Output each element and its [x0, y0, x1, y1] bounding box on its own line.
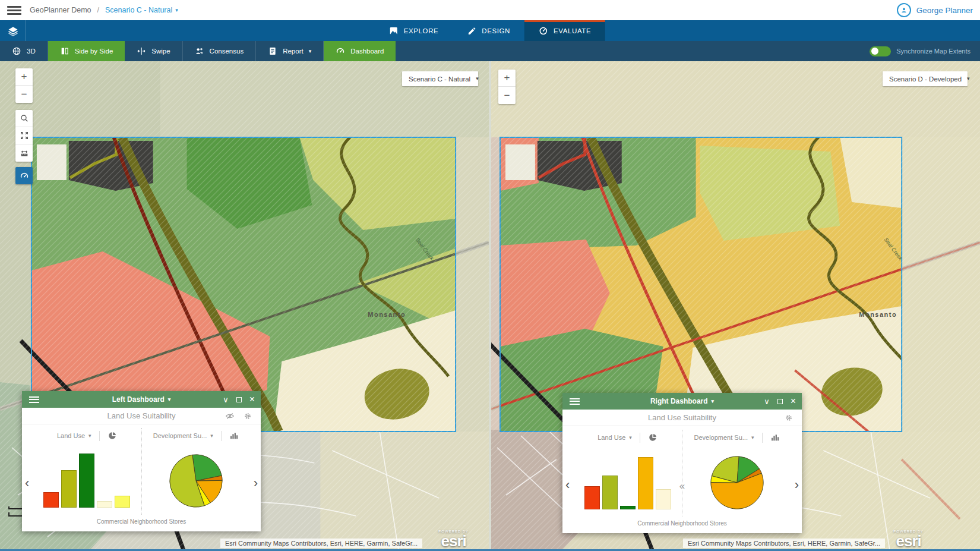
bar-segment	[79, 454, 94, 508]
measure-button[interactable]	[15, 144, 33, 162]
consensus-button[interactable]: Consensus	[183, 41, 257, 61]
scroll-left-double-icon[interactable]: «	[679, 481, 685, 491]
close-icon[interactable]: ×	[791, 396, 796, 406]
maximize-icon[interactable]	[236, 397, 242, 402]
bar-segment	[602, 476, 618, 509]
page-left-icon[interactable]: ‹	[565, 478, 570, 492]
maximize-icon[interactable]	[777, 399, 783, 404]
right-dashboard-header[interactable]: Right Dashboard ▾ ∨ ×	[562, 393, 802, 410]
bar-chart-type-icon[interactable]	[770, 433, 780, 442]
breadcrumb-separator: /	[97, 6, 99, 14]
caret-down-icon: ▾	[175, 8, 178, 13]
zoom-out-button[interactable]: −	[15, 86, 33, 103]
dashboard-menu-icon[interactable]	[570, 398, 580, 405]
chart-selector-label[interactable]: Land Use	[57, 432, 85, 439]
breadcrumb-project: GeoPlanner Demo	[30, 6, 91, 14]
report-icon	[268, 46, 277, 56]
bar-segment	[584, 486, 600, 509]
menu-icon[interactable]	[7, 6, 21, 15]
map-comparison-area: Monsanto Seal Creek + − Scenario C - Nat…	[0, 61, 980, 551]
close-icon[interactable]: ×	[249, 395, 255, 404]
geoplanner-app: GeoPlanner Demo / Scenario C - Natural ▾…	[0, 0, 980, 551]
user-name: George Planner	[916, 6, 973, 15]
full-extent-button[interactable]	[15, 127, 33, 144]
zoom-in-button[interactable]: +	[15, 68, 33, 86]
bar-segment	[61, 470, 77, 508]
bar-segment	[97, 501, 112, 508]
dashboard-widget-control	[15, 167, 33, 184]
page-right-icon[interactable]: ›	[254, 477, 258, 490]
right-dashboard-charts: ‹ Land Use ▾ « Develop	[562, 426, 802, 520]
nav-bar: EXPLORE DESIGN EVALUATE	[0, 20, 980, 41]
dashboard-button[interactable]: Dashboard	[324, 41, 396, 61]
left-dashboard-header[interactable]: Left Dashboard ▾ ∨ ×	[22, 391, 261, 408]
chart-selector-label[interactable]: Development Su...	[153, 432, 207, 439]
left-devsuit-panel: Development Su... ▾	[142, 424, 251, 518]
search-button[interactable]	[15, 110, 33, 127]
user-menu[interactable]: George Planner	[897, 3, 973, 17]
map-pane-left: Monsanto Seal Creek + − Scenario C - Nat…	[0, 61, 489, 551]
zoom-control: + −	[498, 70, 516, 104]
right-devsuit-panel: Development Su... ▾	[682, 426, 791, 520]
globe-icon	[12, 46, 21, 56]
dashboard-window-controls: ∨ ×	[764, 396, 796, 406]
evaluate-toolbar: 3D Side by Side Swipe Consensus Report ▾…	[0, 41, 980, 61]
3d-button[interactable]: 3D	[0, 41, 48, 61]
right-landuse-panel: Land Use ▾	[573, 426, 682, 520]
layers-button[interactable]	[0, 20, 26, 41]
caret-down-icon: ▾	[967, 76, 970, 81]
side-by-side-button[interactable]: Side by Side	[48, 41, 125, 61]
tab-design[interactable]: DESIGN	[453, 20, 524, 41]
zoom-in-button[interactable]: +	[498, 70, 516, 87]
tab-explore[interactable]: EXPLORE	[375, 20, 453, 41]
pie-chart-type-icon[interactable]	[108, 431, 117, 440]
left-scenario-dropdown[interactable]: Scenario C - Natural ▾	[402, 71, 478, 86]
landuse-bar-chart	[43, 443, 130, 518]
breadcrumb: GeoPlanner Demo / Scenario C - Natural ▾	[30, 6, 178, 14]
dashboard-menu-icon[interactable]	[29, 396, 39, 403]
active-type-label: Commercial Neighborhood Stores	[562, 520, 802, 533]
bar-segment	[43, 492, 59, 508]
dashboard-widget-button[interactable]	[15, 167, 33, 184]
visibility-icon[interactable]	[225, 411, 235, 421]
right-scenario-dropdown[interactable]: Scenario D - Developed ▾	[883, 71, 968, 86]
collapse-icon[interactable]: ∨	[223, 396, 229, 404]
collapse-icon[interactable]: ∨	[764, 398, 770, 405]
caret-down-icon[interactable]: ▾	[88, 433, 91, 439]
tab-evaluate[interactable]: EVALUATE	[524, 20, 605, 41]
report-button[interactable]: Report ▾	[256, 41, 324, 61]
swipe-icon	[137, 46, 146, 56]
breadcrumb-scenario-dropdown[interactable]: Scenario C - Natural ▾	[105, 6, 178, 14]
bar-segment	[638, 457, 653, 509]
map-label-city: Monsanto	[859, 311, 897, 318]
user-avatar-icon	[897, 3, 911, 17]
caret-down-icon[interactable]: ▾	[629, 435, 632, 440]
page-left-icon[interactable]: ‹	[25, 477, 29, 490]
settings-gear-icon[interactable]	[784, 413, 794, 423]
caret-down-icon[interactable]: ▾	[751, 435, 754, 440]
zoom-out-button[interactable]: −	[498, 87, 516, 104]
sync-extents-label: Synchronize Map Extents	[896, 48, 970, 55]
caret-down-icon: ▾	[309, 49, 312, 54]
right-dashboard-subtitle-bar: Land Use Suitability	[562, 410, 802, 426]
devsuit-pie-chart	[709, 445, 766, 520]
left-dashboard-subtitle-bar: Land Use Suitability	[22, 408, 261, 424]
pie-chart-type-icon[interactable]	[648, 433, 657, 442]
caret-down-icon[interactable]: ▾	[210, 433, 213, 439]
swipe-button[interactable]: Swipe	[125, 41, 182, 61]
chart-selector-label[interactable]: Development Su...	[694, 434, 748, 441]
sync-extents-control: Synchronize Map Extents	[870, 41, 980, 61]
esri-logo: Powered by esri	[438, 530, 469, 549]
map-attribution: Esri Community Maps Contributors, Esri, …	[220, 539, 422, 548]
bar-chart-type-icon[interactable]	[229, 431, 239, 440]
layers-icon	[8, 26, 18, 36]
chart-selector-label[interactable]: Land Use	[598, 434, 625, 441]
left-dashboard-panel: Left Dashboard ▾ ∨ × Land Use Suitabilit…	[22, 391, 261, 531]
page-right-icon[interactable]: ›	[795, 478, 799, 492]
caret-down-icon: ▾	[168, 397, 171, 402]
left-dashboard-charts: ‹ Land Use ▾ Development Su...	[22, 424, 261, 518]
devsuit-pie-chart	[167, 443, 225, 518]
sync-extents-toggle[interactable]	[870, 46, 891, 56]
suitability-title: Land Use Suitability	[562, 413, 802, 422]
settings-gear-icon[interactable]	[243, 411, 252, 421]
